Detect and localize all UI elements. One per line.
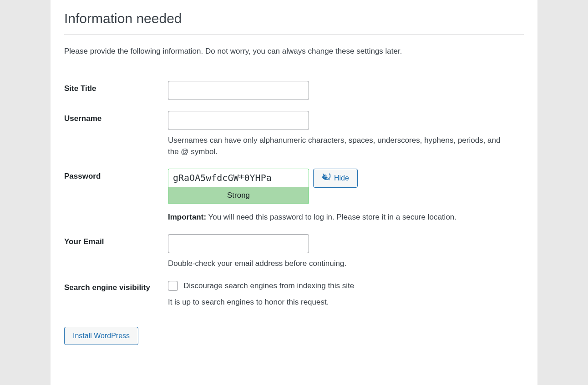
row-visibility: Search engine visibility Discourage sear… [64,275,524,313]
visibility-hint: It is up to search engines to honor this… [168,296,505,308]
discourage-search-checkbox[interactable] [168,281,178,291]
username-hint: Usernames can have only alphanumeric cha… [168,135,505,158]
label-username: Username [64,105,168,163]
row-site-title: Site Title [64,75,524,105]
password-strength-meter: Strong [168,187,309,205]
hide-button-label: Hide [334,174,349,182]
row-password: Password Strong Hide [64,163,524,229]
label-email: Your Email [64,229,168,275]
site-title-input[interactable] [168,81,309,100]
hide-password-button[interactable]: Hide [313,169,358,188]
email-input[interactable] [168,234,309,253]
email-hint: Double-check your email address before c… [168,258,505,270]
row-email: Your Email Double-check your email addre… [64,229,524,275]
install-wordpress-button[interactable]: Install WordPress [64,327,138,345]
intro-text: Please provide the following information… [64,45,524,57]
username-input[interactable] [168,111,309,130]
label-password: Password [64,163,168,229]
label-visibility: Search engine visibility [64,275,168,313]
page-heading: Information needed [64,0,524,35]
discourage-search-label: Discourage search engines from indexing … [183,280,354,292]
password-important-note: Important: You will need this password t… [168,211,514,223]
password-input[interactable] [168,169,309,187]
row-username: Username Usernames can have only alphanu… [64,105,524,163]
label-site-title: Site Title [64,75,168,105]
install-panel: Information needed Please provide the fo… [51,0,537,385]
form-table: Site Title Username Usernames can have o… [64,75,524,314]
important-label: Important: [168,213,206,221]
eye-slash-icon [322,173,331,184]
important-text: You will need this password to log in. P… [206,213,456,221]
